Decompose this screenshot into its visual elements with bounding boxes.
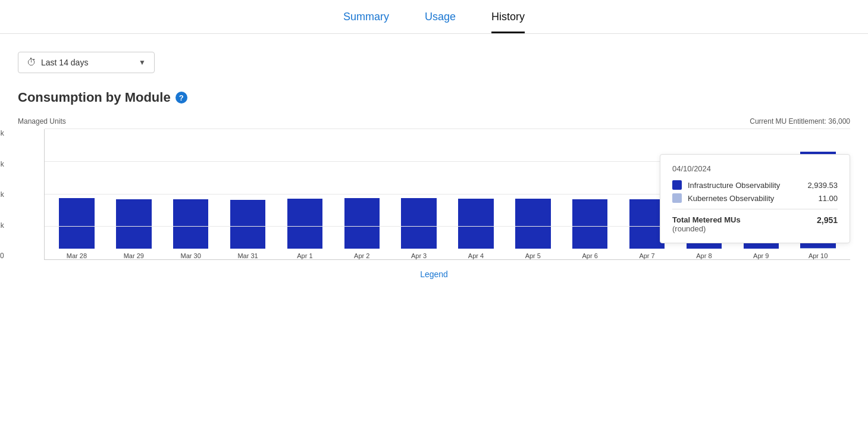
bar-infra [116,199,151,249]
bar-infra [401,198,436,249]
y-axis: 01k2k3k4k [0,129,4,260]
bar-date-label: Apr 3 [411,252,427,259]
bar-group[interactable]: Apr 6 [562,129,619,259]
y-axis-tick: 2k [0,190,4,199]
bar-infra [458,199,493,249]
tooltip-total-row: Total Metered MUs (rounded) 2,951 [672,215,838,233]
bar-date-label: Mar 29 [124,252,144,259]
bar-group[interactable]: Apr 2 [333,129,390,259]
bar-group[interactable]: Apr 4 [447,129,504,259]
tooltip-row-value: 11.00 [818,194,838,203]
tooltip-row: Kubernetes Observability11.00 [672,193,838,203]
tooltip-row-label: Kubernetes Observability [688,194,812,203]
tooltip-color-box [672,180,682,190]
chart-container: Managed Units Current MU Entitlement: 36… [18,117,850,309]
entitlement-label: Current MU Entitlement: 36,000 [750,117,850,126]
tooltip-total-sub: (rounded) [672,224,811,233]
bar-date-label: Mar 31 [237,252,258,259]
y-axis-tick: 0 [0,252,4,260]
bar-date-label: Apr 10 [809,252,828,259]
bar-group[interactable]: Mar 31 [220,129,277,259]
tooltip-total-label: Total Metered MUs [672,215,811,224]
bar-date-label: Apr 8 [696,252,712,259]
bar-infra [59,198,94,249]
tooltip-color-box [672,193,682,203]
bar-group[interactable]: Mar 29 [105,129,162,259]
bar-infra [515,199,550,249]
bar-date-label: Mar 28 [67,252,87,259]
clock-icon: ⏱ [27,57,36,68]
bar-infra [572,199,607,249]
date-filter-label: Last 14 days [41,58,134,67]
bar-kube [800,248,835,249]
date-filter-dropdown[interactable]: ⏱ Last 14 days ▼ [18,52,155,73]
bar-date-label: Apr 5 [525,252,541,259]
section-title-row: Consumption by Module ? [18,90,850,105]
bar-date-label: Apr 6 [582,252,598,259]
grid-line [45,128,850,129]
bar-infra [287,199,322,249]
bar-date-label: Apr 7 [639,252,654,259]
bar-group[interactable]: Apr 5 [504,129,562,259]
bar-infra [344,198,380,249]
bar-infra [173,199,208,249]
bar-date-label: Apr 2 [354,252,369,259]
chevron-down-icon: ▼ [139,58,146,67]
tooltip-row: Infrastructure Observability2,939.53 [672,180,838,190]
bar-group[interactable]: Mar 30 [162,129,220,259]
bar-date-label: Apr 4 [468,252,484,259]
y-axis-label: Managed Units [18,117,66,126]
bar-group[interactable]: Mar 28 [48,129,105,259]
tab-history[interactable]: History [491,11,525,33]
bar-group[interactable]: Apr 3 [390,129,447,259]
y-axis-tick: 3k [0,160,4,168]
tab-summary[interactable]: Summary [343,11,389,33]
nav-tabs: SummaryUsageHistory [0,0,868,34]
tooltip-row-value: 2,939.53 [807,181,838,190]
consumption-by-module-title: Consumption by Module [18,90,171,105]
tooltip-date: 04/10/2024 [672,164,838,173]
bar-date-label: Mar 30 [181,252,201,259]
tooltip-total-value: 2,951 [817,215,838,225]
tooltip-divider [672,209,838,209]
tooltip-row-label: Infrastructure Observability [688,181,801,190]
help-icon[interactable]: ? [176,92,187,104]
tooltip-card: 04/10/2024 Infrastructure Observability2… [660,154,850,243]
legend-label[interactable]: Legend [18,269,850,279]
chart-header: Managed Units Current MU Entitlement: 36… [18,117,850,126]
tab-usage[interactable]: Usage [425,11,456,33]
bar-group[interactable]: Apr 1 [276,129,333,259]
bar-date-label: Apr 1 [297,252,312,259]
bar-infra [230,200,265,249]
y-axis-tick: 1k [0,221,4,230]
bar-date-label: Apr 9 [753,252,769,259]
y-axis-tick: 4k [0,129,4,137]
